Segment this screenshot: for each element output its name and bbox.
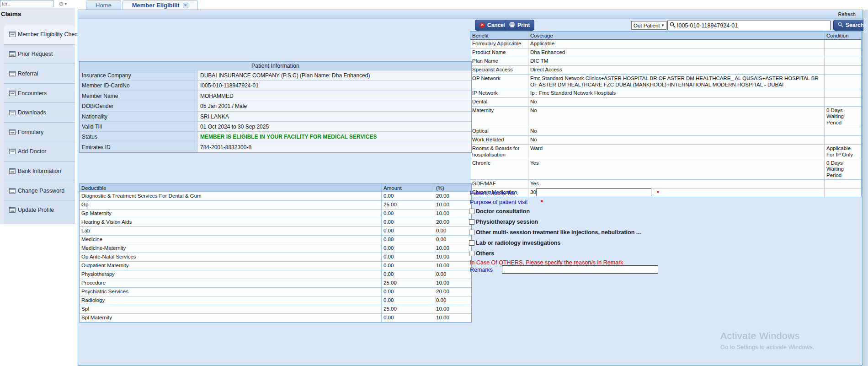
- coverage-cell: No: [528, 127, 825, 135]
- table-row: Optical No: [470, 127, 861, 136]
- table-row: Diagnostic & Treatment Services For Dent…: [80, 192, 471, 201]
- table-row: GDF/MAF Yes: [470, 180, 861, 188]
- purpose-checkbox[interactable]: [469, 251, 474, 256]
- others-instruction-text: In Case Of OTHERS, Please specify the re…: [470, 259, 623, 266]
- patient-type-value: Out Patient: [634, 23, 660, 28]
- search-button[interactable]: Search: [833, 20, 868, 31]
- purpose-checkbox[interactable]: [469, 219, 474, 225]
- sidebar-item[interactable]: Bank Information: [4, 161, 75, 181]
- table-row: Chronic Medication 30 Days: [470, 188, 861, 197]
- benefit-cell: IP Network: [470, 89, 528, 97]
- table-row: Valid Till 01 Oct 2024 to 30 Sep 2025: [80, 122, 471, 132]
- amount-cell: 25.00: [382, 201, 434, 209]
- amount-cell: 0.00: [382, 253, 434, 261]
- sidebar-item[interactable]: Encounters: [4, 83, 75, 103]
- table-row: Specialist Access Direct Access: [470, 66, 861, 75]
- amount-cell: 0.00: [382, 227, 434, 235]
- purpose-checkbox[interactable]: [469, 209, 474, 214]
- windows-activation-watermark: Activate Windows Go to Settings to activ…: [720, 330, 814, 350]
- sidebar-filter-input[interactable]: [0, 0, 53, 7]
- table-row: Hearing & Vision Aids 0.00 20.00: [80, 218, 471, 227]
- purpose-option[interactable]: Doctor consultation: [469, 206, 743, 216]
- sidebar-item[interactable]: Formulary: [4, 122, 75, 142]
- sidebar-item[interactable]: Change Password: [4, 181, 75, 200]
- tab-label: Member Eligibilit: [132, 2, 180, 9]
- sidebar: Claims Member Eligibility Check Prior Re…: [0, 8, 75, 224]
- settings-gear-button[interactable]: ⚙ ▾: [59, 0, 73, 7]
- tab[interactable]: Home ✕: [86, 0, 121, 10]
- sidebar-item-label: Bank Information: [18, 168, 61, 174]
- sidebar-item[interactable]: Member Eligibility Check: [4, 25, 75, 44]
- deductible-header-cell: Deductible: [80, 184, 382, 192]
- table-row: DOB/Gender 05 Jan 2001 / Male: [80, 101, 471, 111]
- purpose-option-label: Others: [476, 250, 494, 257]
- remarks-input[interactable]: [502, 265, 658, 274]
- cancel-icon: ✕: [479, 22, 485, 28]
- coverage-cell: DIC TM: [528, 57, 825, 65]
- benefit-cell: GDF/MAF: [470, 180, 528, 188]
- condition-cell: [825, 48, 861, 57]
- table-row: Psychiatric Services 0.00 20.00: [80, 288, 471, 296]
- percent-cell: 20.00: [434, 218, 471, 226]
- required-asterisk: *: [541, 199, 543, 205]
- table-row: Medicine 0.00 0.00: [80, 236, 471, 244]
- sidebar-item-label: Formulary: [18, 129, 43, 135]
- search-input[interactable]: [677, 22, 828, 29]
- info-value: SRI LANKA: [197, 112, 471, 121]
- benefit-cell: Formulary Applicable: [470, 40, 528, 48]
- gear-icon: ⚙: [59, 1, 64, 7]
- main-panel-header: Refresh: [78, 10, 862, 19]
- sidebar-item-label: Prior Request: [18, 51, 53, 57]
- purpose-option[interactable]: Physiotherapy session: [469, 216, 743, 227]
- magnifier-icon: [670, 22, 676, 30]
- purpose-option-label: Lab or radiology investigations: [476, 240, 560, 246]
- purpose-option[interactable]: Others: [469, 248, 743, 259]
- sidebar-item[interactable]: Downloads: [4, 102, 75, 122]
- percent-cell: 10.00: [434, 314, 471, 322]
- benefit-cell: Optical: [470, 127, 528, 135]
- percent-cell: 20.00: [434, 288, 471, 296]
- watermark-subtitle: Go to Settings to activate Windows.: [720, 344, 814, 350]
- sidebar-item[interactable]: Prior Request: [4, 44, 75, 64]
- form-icon: [9, 188, 16, 194]
- condition-cell: [825, 40, 861, 48]
- deductible-name-cell: Radiology: [80, 296, 382, 305]
- patient-type-select[interactable]: Out Patient ▼: [631, 21, 666, 30]
- condition-cell: 0 Days Waiting Period: [825, 107, 861, 127]
- sidebar-item[interactable]: Add Doctor: [4, 142, 75, 161]
- coverage-cell: No: [528, 98, 825, 106]
- table-row: Product Name Dha Enhanced: [470, 48, 861, 57]
- purpose-checkbox[interactable]: [469, 240, 474, 246]
- patient-information-title: Patient Information: [80, 62, 471, 70]
- tab[interactable]: Member Eligibilit ✕: [122, 0, 198, 10]
- purpose-option[interactable]: Lab or radiology investigations: [469, 238, 743, 248]
- tab-close-icon[interactable]: ✕: [183, 3, 188, 8]
- info-label: Valid Till: [80, 122, 197, 131]
- benefit-cell: Plan Name: [470, 57, 528, 65]
- purpose-option[interactable]: Other multi- session treatment like inje…: [469, 227, 743, 237]
- benefit-table-header: Benefit Coverage Condition: [470, 32, 861, 40]
- benefit-table-body: Formulary Applicable Applicable Product …: [470, 40, 861, 197]
- refresh-link[interactable]: Refresh: [838, 11, 856, 17]
- table-row: Procedure 25.00 10.00: [80, 279, 471, 288]
- purpose-checkbox[interactable]: [469, 230, 474, 235]
- amount-cell: 0.00: [382, 288, 434, 296]
- table-row: Plan Name DIC TM: [470, 57, 861, 66]
- sidebar-item[interactable]: Update Profile: [4, 200, 75, 220]
- percent-cell: 0.00: [434, 227, 471, 235]
- patient-information-body: Insurance Company DUBAI INSURANCE COMPAN…: [80, 70, 471, 152]
- table-row: Outpatient Maternity 0.00 10.00: [80, 262, 471, 270]
- patient-information-panel: Patient Information Insurance Company DU…: [79, 61, 472, 153]
- amount-cell: 25.00: [382, 305, 434, 313]
- coverage-cell: Direct Access: [528, 66, 825, 74]
- benefit-cell: OP Network: [470, 75, 528, 89]
- sidebar-item[interactable]: Referral: [4, 64, 75, 83]
- vertical-scrollbar[interactable]: [863, 10, 868, 366]
- select-caret-icon: ▼: [661, 23, 665, 27]
- deductible-name-cell: Gp Maternity: [80, 210, 382, 218]
- condition-cell: [825, 127, 861, 135]
- patient-mobile-input[interactable]: [536, 188, 651, 196]
- condition-cell: 0 Days Waiting Period: [825, 159, 861, 179]
- table-row: Op Ante-Natal Services 0.00 10.00: [80, 253, 471, 262]
- print-button[interactable]: Print: [505, 20, 534, 31]
